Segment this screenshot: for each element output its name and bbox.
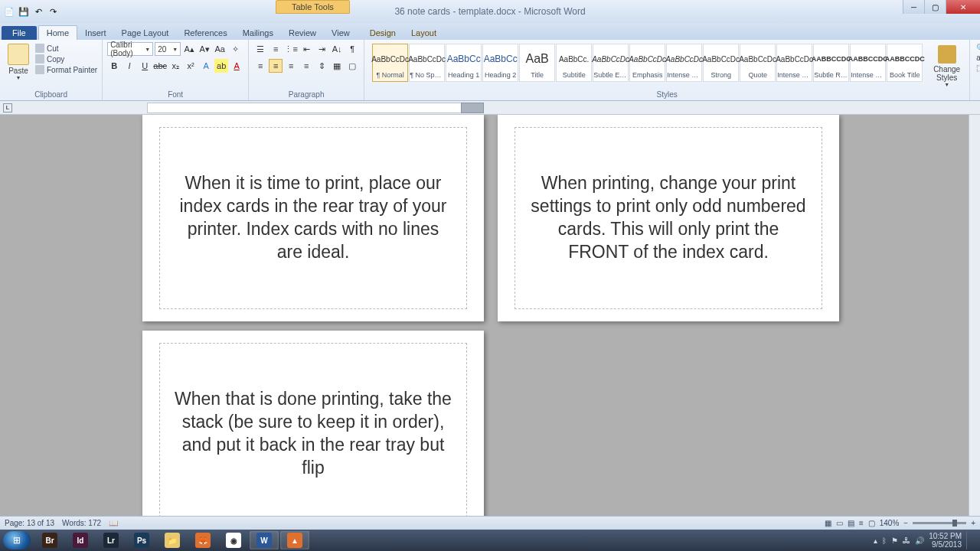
subscript-button[interactable]: x₂ <box>168 59 182 73</box>
font-size-select[interactable]: 20▼ <box>155 42 181 56</box>
view-full-screen[interactable]: ▭ <box>836 519 843 527</box>
taskbar-lightroom[interactable]: Lr <box>96 531 126 549</box>
document-area[interactable]: When it is time to print, place our inde… <box>0 115 969 517</box>
page-card-2[interactable]: When printing, change your print setting… <box>498 115 839 321</box>
cut-button[interactable]: Cut <box>35 44 97 53</box>
style-item-heading-1[interactable]: AaBbCcHeading 1 <box>446 44 482 82</box>
zoom-slider[interactable] <box>913 522 966 524</box>
tab-page-layout[interactable]: Page Layout <box>114 26 177 40</box>
taskbar-chrome[interactable]: ◉ <box>219 531 248 549</box>
font-color-button[interactable]: A <box>230 59 243 73</box>
view-print-layout[interactable]: ▦ <box>825 519 831 527</box>
align-left-button[interactable]: ≡ <box>253 59 267 73</box>
tab-design[interactable]: Design <box>362 26 403 40</box>
multilevel-button[interactable]: ⋮≡ <box>284 42 298 56</box>
card-cell-1[interactable]: When it is time to print, place our inde… <box>159 127 467 309</box>
numbering-button[interactable]: ≡ <box>269 42 283 56</box>
tab-mailings[interactable]: Mailings <box>235 26 281 40</box>
show-marks-button[interactable]: ¶ <box>345 42 359 56</box>
superscript-button[interactable]: x² <box>184 59 198 73</box>
style-item-subtle-ref-[interactable]: AABBCCDCSubtle Ref... <box>813 44 849 82</box>
highlight-button[interactable]: ab <box>214 59 228 73</box>
tray-clock[interactable]: 10:52 PM 9/5/2013 <box>929 532 962 549</box>
style-item-emphasis[interactable]: AaBbCcDcEmphasis <box>629 44 665 82</box>
tab-layout[interactable]: Layout <box>403 26 444 40</box>
tab-selector[interactable]: L <box>3 103 12 112</box>
shrink-font-button[interactable]: A▾ <box>198 42 211 56</box>
zoom-out-button[interactable]: − <box>903 519 908 527</box>
italic-button[interactable]: I <box>122 59 136 73</box>
strikethrough-button[interactable]: abc <box>153 59 167 73</box>
page-card-1[interactable]: When it is time to print, place our inde… <box>142 115 484 321</box>
decrease-indent-button[interactable]: ⇤ <box>299 42 313 56</box>
align-right-button[interactable]: ≡ <box>284 59 298 73</box>
bullets-button[interactable]: ☰ <box>253 42 267 56</box>
select-button[interactable]: ⬚Select ▾ <box>976 64 980 72</box>
taskbar-indesign[interactable]: Id <box>66 531 95 549</box>
tab-insert[interactable]: Insert <box>77 26 114 40</box>
bold-button[interactable]: B <box>107 59 121 73</box>
style-item-book-title[interactable]: AABBCCDCBook Title <box>887 44 923 82</box>
sort-button[interactable]: A↓ <box>330 42 344 56</box>
view-outline[interactable]: ≡ <box>859 519 864 527</box>
style-item-intense-q-[interactable]: AaBbCcDcIntense Q... <box>776 44 812 82</box>
format-painter-button[interactable]: Format Painter <box>35 65 97 74</box>
tray-volume-icon[interactable]: 🔊 <box>915 536 924 545</box>
find-button[interactable]: 🔍Find ▾ <box>976 44 980 52</box>
tray-bluetooth-icon[interactable]: ᛒ <box>882 536 887 545</box>
styles-gallery[interactable]: AaBbCcDc¶ NormalAaBbCcDc¶ No Spaci...AaB… <box>369 42 926 90</box>
line-spacing-button[interactable]: ⇕ <box>315 59 328 73</box>
increase-indent-button[interactable]: ⇥ <box>315 42 328 56</box>
page-card-3[interactable]: When that is done printing, take the sta… <box>142 331 484 517</box>
taskbar-word[interactable]: W <box>250 531 279 549</box>
taskbar-vlc[interactable]: ▲ <box>280 531 309 549</box>
vertical-scrollbar[interactable] <box>969 115 980 517</box>
card-text-1[interactable]: When it is time to print, place our inde… <box>174 172 452 264</box>
view-web-layout[interactable]: ▤ <box>848 519 854 527</box>
style-item-subtle-em-[interactable]: AaBbCcDcSubtle Em... <box>593 44 629 82</box>
card-cell-3[interactable]: When that is done printing, take the sta… <box>159 343 467 517</box>
style-item-intense-e-[interactable]: AaBbCcDcIntense E... <box>666 44 702 82</box>
style-item-intense-re-[interactable]: AABBCCDCIntense Re... <box>850 44 886 82</box>
card-cell-2[interactable]: When printing, change your print setting… <box>514 127 822 309</box>
tab-view[interactable]: View <box>324 26 358 40</box>
proofing-icon[interactable]: 📖 <box>109 519 118 527</box>
page-status[interactable]: Page: 13 of 13 <box>5 519 54 527</box>
font-name-select[interactable]: Calibri (Body)▼ <box>107 42 153 56</box>
redo-icon[interactable]: ↷ <box>47 5 59 18</box>
grow-font-button[interactable]: A▴ <box>182 42 196 56</box>
card-text-3[interactable]: When that is done printing, take the sta… <box>174 388 452 480</box>
style-item--normal[interactable]: AaBbCcDc¶ Normal <box>372 44 408 82</box>
style-item-subtitle[interactable]: AaBbCc.Subtitle <box>556 44 592 82</box>
taskbar-explorer[interactable]: 📁 <box>158 531 187 549</box>
file-tab[interactable]: File <box>2 26 37 40</box>
replace-button[interactable]: abReplace <box>976 54 980 62</box>
style-item-title[interactable]: AaBTitle <box>519 44 555 82</box>
style-item--no-spaci-[interactable]: AaBbCcDc¶ No Spaci... <box>409 44 445 82</box>
change-case-button[interactable]: Aa <box>213 42 227 56</box>
paste-button[interactable]: Paste ▼ <box>5 42 32 82</box>
tab-review[interactable]: Review <box>281 26 324 40</box>
zoom-in-button[interactable]: + <box>971 519 975 527</box>
save-icon[interactable]: 💾 <box>18 5 30 18</box>
horizontal-ruler[interactable] <box>147 103 484 113</box>
tray-up-icon[interactable]: ▴ <box>874 536 877 545</box>
card-text-2[interactable]: When printing, change your print setting… <box>529 172 808 264</box>
maximize-button[interactable]: ▢ <box>924 0 946 14</box>
taskbar-photoshop[interactable]: Ps <box>127 531 156 549</box>
justify-button[interactable]: ≡ <box>299 59 313 73</box>
borders-button[interactable]: ▢ <box>345 59 359 73</box>
show-desktop-button[interactable] <box>966 531 972 549</box>
close-button[interactable]: ✕ <box>946 0 980 14</box>
text-effects-button[interactable]: A <box>199 59 213 73</box>
copy-button[interactable]: Copy <box>35 54 97 64</box>
taskbar-firefox[interactable]: 🦊 <box>188 531 217 549</box>
clear-formatting-button[interactable]: ✧ <box>228 42 242 56</box>
tray-network-icon[interactable]: 🖧 <box>903 536 910 545</box>
style-item-heading-2[interactable]: AaBbCcHeading 2 <box>482 44 518 82</box>
tray-flag-icon[interactable]: ⚑ <box>891 536 898 545</box>
change-styles-button[interactable]: Change Styles ▼ <box>929 42 965 90</box>
word-count[interactable]: Words: 172 <box>62 519 101 527</box>
minimize-button[interactable]: ─ <box>903 0 924 14</box>
tab-home[interactable]: Home <box>38 25 77 40</box>
